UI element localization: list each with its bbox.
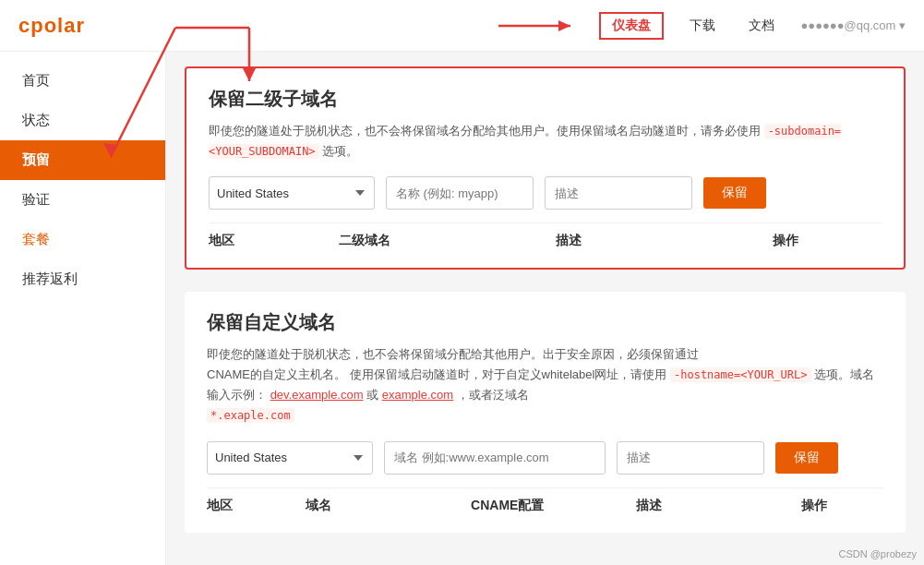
customdomain-desc: 即使您的隧道处于脱机状态，也不会将保留域分配给其他用户。出于安全原因，必须保留通… bbox=[207, 344, 883, 426]
subdomain-desc-input[interactable] bbox=[545, 176, 692, 210]
customdomain-save-button[interactable]: 保留 bbox=[775, 442, 838, 474]
subdomain-save-button[interactable]: 保留 bbox=[703, 177, 766, 209]
subdomain-section: 保留二级子域名 即使您的隧道处于脱机状态，也不会将保留域名分配给其他用户。使用保… bbox=[185, 66, 906, 270]
customdomain-code2: *.exaple.com bbox=[207, 408, 294, 423]
customdomain-form-row: United States 保留 bbox=[207, 441, 883, 475]
customdomain-code1: -hostname=<YOUR_URL> bbox=[670, 367, 811, 382]
customdomain-desc-input[interactable] bbox=[617, 441, 764, 475]
col-region-2: 地区 bbox=[207, 498, 306, 514]
col-desc-2: 描述 bbox=[636, 498, 801, 514]
sidebar-item-referral[interactable]: 推荐返利 bbox=[0, 259, 165, 299]
customdomain-region-select[interactable]: United States bbox=[207, 441, 373, 475]
col-domain: 域名 bbox=[306, 498, 471, 514]
col-action: 操作 bbox=[773, 233, 882, 249]
subdomain-name-input[interactable] bbox=[386, 176, 534, 210]
customdomain-link2: example.com bbox=[382, 388, 453, 402]
sidebar-item-plan[interactable]: 套餐 bbox=[0, 220, 165, 259]
col-cname: CNAME配置 bbox=[471, 498, 636, 514]
col-desc: 描述 bbox=[556, 233, 773, 249]
header: cpolar 仪表盘 下载 文档 ●●●●●●@qq.com ▾ bbox=[0, 0, 924, 52]
subdomain-desc-text2: 选项。 bbox=[322, 144, 358, 158]
subdomain-title: 保留二级子域名 bbox=[209, 87, 882, 112]
customdomain-desc5: ，或者泛域名 bbox=[457, 388, 529, 402]
main-content: 保留二级子域名 即使您的隧道处于脱机状态，也不会将保留域名分配给其他用户。使用保… bbox=[166, 52, 924, 565]
user-menu[interactable]: ●●●●●●@qq.com ▾ bbox=[800, 18, 906, 32]
download-button[interactable]: 下载 bbox=[682, 14, 723, 38]
subdomain-region-select[interactable]: United States bbox=[209, 176, 375, 210]
customdomain-link1: dev.example.com bbox=[270, 388, 364, 402]
col-subdomain: 二级域名 bbox=[339, 233, 556, 249]
customdomain-desc4: 或 bbox=[366, 388, 378, 402]
sidebar: 首页 状态 预留 验证 套餐 推荐返利 bbox=[0, 52, 166, 565]
customdomain-desc1: 即使您的隧道处于脱机状态，也不会将保留域分配给其他用户。出于安全原因，必须保留通… bbox=[207, 347, 699, 361]
logo: cpolar bbox=[18, 14, 85, 38]
customdomain-domain-input[interactable] bbox=[384, 441, 606, 475]
header-nav: 仪表盘 下载 文档 ●●●●●●@qq.com ▾ bbox=[599, 12, 906, 40]
subdomain-table-header: 地区 二级域名 描述 操作 bbox=[209, 222, 882, 249]
watermark: CSDN @probezy bbox=[838, 548, 917, 559]
dashboard-button[interactable]: 仪表盘 bbox=[599, 12, 664, 40]
subdomain-form-row: United States 保留 bbox=[209, 176, 882, 210]
sidebar-item-home[interactable]: 首页 bbox=[0, 61, 165, 101]
customdomain-table-header: 地区 域名 CNAME配置 描述 操作 bbox=[207, 487, 883, 514]
col-action-2: 操作 bbox=[801, 498, 883, 514]
customdomain-title: 保留自定义域名 bbox=[207, 310, 883, 335]
subdomain-desc-text1: 即使您的隧道处于脱机状态，也不会将保留域名分配给其他用户。使用保留域名启动隧道时… bbox=[209, 124, 761, 138]
customdomain-section: 保留自定义域名 即使您的隧道处于脱机状态，也不会将保留域分配给其他用户。出于安全… bbox=[185, 292, 906, 532]
layout: 首页 状态 预留 验证 套餐 推荐返利 保留二级子域名 即使您的隧道处于脱机状态… bbox=[0, 52, 924, 565]
sidebar-item-reserve[interactable]: 预留 bbox=[0, 140, 165, 180]
sidebar-item-verify[interactable]: 验证 bbox=[0, 180, 165, 220]
customdomain-desc2: CNAME的自定义主机名。 使用保留域启动隧道时，对于自定义whitelabel… bbox=[207, 367, 666, 381]
col-region: 地区 bbox=[209, 233, 339, 249]
sidebar-item-status[interactable]: 状态 bbox=[0, 101, 165, 140]
docs-button[interactable]: 文档 bbox=[741, 14, 782, 38]
subdomain-desc: 即使您的隧道处于脱机状态，也不会将保留域名分配给其他用户。使用保留域名启动隧道时… bbox=[209, 121, 882, 162]
